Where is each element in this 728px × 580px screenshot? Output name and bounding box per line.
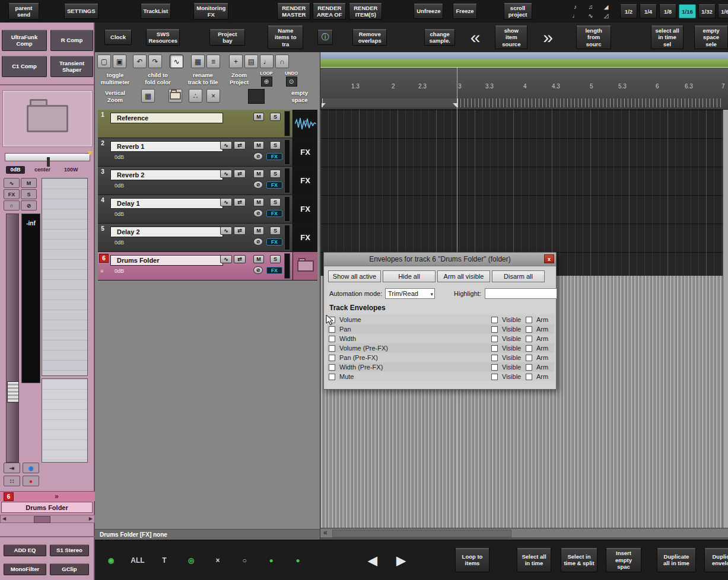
track-toolbar-icon[interactable]: ♩ xyxy=(260,55,274,68)
fx-enable-button[interactable]: FX xyxy=(266,267,282,274)
nodes-button[interactable]: ∴ xyxy=(189,89,202,103)
bottom-tool-icon[interactable]: T xyxy=(157,553,172,568)
region-lane[interactable] xyxy=(320,59,728,68)
arrange-grid[interactable] xyxy=(320,110,728,276)
volume-readout[interactable]: 0dB xyxy=(115,183,124,189)
time-selection[interactable] xyxy=(322,98,458,107)
toolbar-button[interactable]: RENDER ITEM(S) xyxy=(349,3,382,20)
toolbar-button[interactable]: length from sourc xyxy=(576,26,611,49)
action-button[interactable]: Insert empty spac xyxy=(606,548,641,572)
toolbar-button[interactable]: Remove overlaps xyxy=(352,29,387,46)
track-row[interactable]: 5 Delay 2 ∿ ⇄ M S 0dB ⊘ FX ≡ xyxy=(98,224,317,252)
envelope-checkbox[interactable] xyxy=(329,336,335,342)
track-toolbar-icon[interactable]: ≡ xyxy=(206,55,220,68)
fx-chain-box[interactable]: FX xyxy=(293,167,317,195)
zoom-project-button[interactable]: Zoom Project xyxy=(224,72,254,86)
mixer-option-button[interactable]: ● xyxy=(23,476,39,486)
fx-slot-button[interactable]: S1 Stereo xyxy=(50,544,89,556)
volume-readout[interactable]: 0dB xyxy=(115,240,124,246)
track-row[interactable]: 4 Delay 1 ∿ ⇄ M S 0dB ⊘ FX ≡ xyxy=(98,195,317,224)
envelope-checkbox[interactable] xyxy=(329,326,335,333)
grid-division-button[interactable]: 1/64 xyxy=(718,4,728,18)
track-row[interactable]: 1 Reference ∿ ⇄ M S ⊘ FX ≡ xyxy=(98,110,317,138)
vertical-zoom-button[interactable]: Vertical Zoom xyxy=(98,90,132,104)
midi-tool-icon[interactable]: ♫ xyxy=(584,3,597,11)
toolbar-button[interactable]: Monitoring FX xyxy=(193,3,228,20)
toolbar-button[interactable]: empty space sele xyxy=(694,26,728,49)
toolbar-button[interactable]: show item source xyxy=(495,26,527,49)
toolbar-button[interactable]: « xyxy=(466,30,484,45)
toolbar-button[interactable]: SWS Resources xyxy=(146,29,180,46)
close-button[interactable]: × xyxy=(206,89,220,103)
fx-chain-box[interactable]: FX xyxy=(293,252,317,280)
envelope-button[interactable]: ∿ xyxy=(220,170,232,178)
toolbar-button[interactable]: Clock xyxy=(104,30,132,45)
midi-tool-icon[interactable]: ♪ xyxy=(569,3,582,11)
track-toolbar-icon[interactable]: ▤ xyxy=(244,55,258,68)
toolbar-button[interactable]: ⓘ xyxy=(317,30,333,45)
toolbar-button[interactable]: » xyxy=(539,30,557,45)
route-button[interactable]: ⇄ xyxy=(234,227,246,235)
phase-button[interactable]: ⊘ xyxy=(253,238,263,246)
track-name-field[interactable]: Reverb 2 xyxy=(110,170,223,180)
automation-mode-select[interactable]: Trim/Read ▾ xyxy=(385,288,435,299)
arm-checkbox[interactable] xyxy=(526,345,532,352)
arm-checkbox[interactable] xyxy=(526,355,532,361)
grid-small-button[interactable]: ▦ xyxy=(141,89,155,103)
action-button[interactable]: Duplic envelo xyxy=(704,548,728,572)
phase-button[interactable]: ⊘ xyxy=(253,266,263,274)
midi-tool-icon[interactable]: ♩ xyxy=(569,12,582,20)
track-toolbar-icon[interactable]: ▦ xyxy=(191,55,205,68)
bottom-tool-icon[interactable]: × xyxy=(210,553,225,568)
mute-button[interactable]: M xyxy=(253,198,264,206)
mixer-small-button[interactable]: ⊘ xyxy=(21,200,37,211)
track-toolbar-icon[interactable]: ↷ xyxy=(148,55,162,68)
visible-checkbox[interactable] xyxy=(491,317,498,323)
blank-tool-button[interactable] xyxy=(248,89,265,104)
scrollbar-thumb[interactable] xyxy=(34,516,50,523)
track-row[interactable]: 2 Reverb 1 ∿ ⇄ M S 0dB ⊘ FX ≡ xyxy=(98,138,317,167)
visible-checkbox[interactable] xyxy=(491,336,498,342)
fx-slot-button[interactable]: MonoFilter xyxy=(4,563,46,575)
grid-division-button[interactable]: 1/16 xyxy=(679,4,696,18)
arm-checkbox[interactable] xyxy=(526,317,532,323)
fx-slot-button[interactable]: ADD EQ xyxy=(4,544,46,556)
mixer-small-button[interactable]: FX xyxy=(4,189,20,199)
action-button[interactable]: Loop to items xyxy=(455,548,489,572)
envelope-checkbox[interactable] xyxy=(329,355,335,361)
action-button[interactable]: Duplicate all in time xyxy=(657,548,696,572)
envelope-checkbox[interactable] xyxy=(329,345,335,352)
visible-checkbox[interactable] xyxy=(491,355,498,361)
fx-slot-button[interactable]: UltraFunk Comp xyxy=(2,30,47,51)
close-button[interactable]: x xyxy=(544,254,554,263)
dialog-button[interactable]: Disarm all xyxy=(492,270,545,282)
solo-button[interactable]: S xyxy=(270,198,281,206)
rename-track-button[interactable]: rename track to file xyxy=(184,72,222,86)
mute-button[interactable]: M xyxy=(253,141,264,149)
track-icon-panel[interactable] xyxy=(2,90,93,147)
width-readout[interactable]: 100W xyxy=(64,167,78,173)
mute-button[interactable]: M xyxy=(253,170,264,178)
mute-button[interactable]: M xyxy=(253,255,264,263)
envelope-button[interactable]: ∿ xyxy=(220,227,232,235)
vertical-scrollbar[interactable] xyxy=(723,110,728,528)
midi-tool-icon[interactable]: ∿ xyxy=(584,12,597,20)
mute-button[interactable]: M xyxy=(253,113,264,121)
transport-arrow-icon[interactable]: ◀ xyxy=(365,553,380,568)
toolbar-button[interactable]: TrackList xyxy=(141,4,171,19)
gain-readout[interactable]: 0dB xyxy=(6,166,25,174)
toolbar-button[interactable]: Freeze xyxy=(453,4,476,19)
phase-button[interactable]: ⊘ xyxy=(253,152,263,160)
track-row[interactable]: 6 Drums Folder ∿ ⇄ M S 0dB ⊘ FX ≡ xyxy=(98,252,317,281)
zoom-loop-button[interactable]: LOOP ⊕ xyxy=(257,71,275,87)
bottom-tool-icon[interactable]: ALL xyxy=(130,553,145,568)
track-toolbar-icon[interactable]: ∩ xyxy=(275,55,289,68)
phase-button[interactable]: ⊘ xyxy=(253,181,263,189)
track-toolbar-icon[interactable]: ▢ xyxy=(97,55,111,68)
track-toolbar-icon[interactable]: + xyxy=(229,55,243,68)
mixer-scrollbar[interactable]: ◀ ▶ xyxy=(0,515,95,523)
mixer-small-button[interactable]: ∿ xyxy=(4,178,20,188)
envelope-checkbox[interactable] xyxy=(329,374,335,380)
track-name-field[interactable]: Delay 1 xyxy=(110,198,223,209)
fx-chain-box[interactable]: FX xyxy=(293,224,317,251)
